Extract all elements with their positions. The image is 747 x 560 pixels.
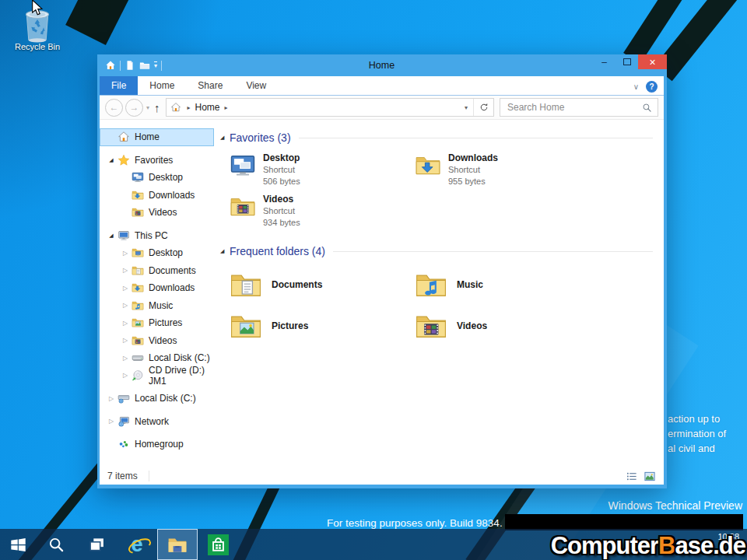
search-icon[interactable]: [642, 103, 652, 113]
sidebar-item-icon: [117, 438, 130, 450]
group-header[interactable]: ◢ Favorites (3): [230, 130, 658, 145]
file-meta: Desktop Shortcut 506 bytes: [263, 152, 300, 187]
sidebar-item-videos[interactable]: Videos: [100, 204, 214, 222]
properties-icon[interactable]: [124, 60, 135, 71]
sidebar-item-home[interactable]: Home: [100, 128, 214, 146]
new-folder-icon[interactable]: [139, 60, 150, 71]
sidebar-item-icon: [117, 392, 130, 404]
tile-videos[interactable]: Videos: [415, 306, 600, 347]
file-explorer-button[interactable]: [157, 529, 198, 560]
file-icon: [230, 269, 262, 302]
file-list: ◢ Favorites (3) Desktop Shortcut 506 byt…: [214, 120, 664, 467]
tab-file[interactable]: File: [100, 76, 138, 95]
group-rule: [299, 138, 653, 138]
sidebar-item-downloads[interactable]: ▷ Downloads: [100, 279, 214, 297]
search-box[interactable]: [500, 98, 658, 117]
tree-expander-icon[interactable]: ▷: [119, 320, 132, 327]
group-collapse-icon[interactable]: ◢: [220, 135, 230, 141]
close-button[interactable]: ×: [638, 54, 667, 69]
sidebar-item-label: Local Disk (C:): [135, 393, 196, 404]
up-button[interactable]: ↑: [154, 101, 160, 114]
tree-expander-icon[interactable]: ▷: [119, 302, 132, 309]
refresh-button[interactable]: [473, 99, 493, 116]
sidebar-item-label: This PC: [135, 230, 168, 241]
file-group: ◢ Favorites (3) Desktop Shortcut 506 byt…: [230, 130, 658, 233]
tree-expander-icon[interactable]: ▷: [119, 267, 132, 274]
sidebar-item-videos[interactable]: ▷ Videos: [100, 332, 214, 350]
sidebar-item-icon: [132, 171, 144, 184]
sidebar-item-desktop[interactable]: Desktop: [100, 169, 214, 187]
taskbar-search-button[interactable]: [36, 529, 76, 560]
sidebar-item-label: CD Drive (D:) JM1: [149, 365, 214, 387]
tab-share[interactable]: Share: [186, 76, 234, 95]
search-input[interactable]: [506, 101, 642, 114]
sidebar-item-icon: [132, 206, 144, 219]
maximize-button[interactable]: [615, 54, 638, 69]
address-dropdown-icon[interactable]: ▾: [459, 104, 473, 111]
sidebar-item-icon: [132, 264, 144, 277]
forward-button[interactable]: →: [125, 99, 143, 117]
tree-expander-icon[interactable]: ▷: [119, 355, 132, 362]
details-view-button[interactable]: [626, 471, 638, 482]
tile-music[interactable]: Music: [415, 264, 600, 306]
explorer-window: ▾ Home – × FileHomeShareView ∨ ? ← → ▾ ↑…: [97, 54, 667, 488]
task-view-button[interactable]: [76, 529, 117, 560]
sidebar-item-label: Desktop: [149, 247, 183, 258]
file-name: Music: [457, 279, 483, 291]
tree-expander-icon[interactable]: ◢: [105, 233, 117, 239]
tile-videos[interactable]: Videos Shortcut 934 bytes: [230, 192, 415, 233]
breadcrumb-separator[interactable]: ▸: [220, 104, 233, 111]
tree-expander-icon[interactable]: ▷: [105, 418, 117, 425]
file-icon: [230, 152, 256, 179]
tile-documents[interactable]: Documents: [230, 264, 415, 306]
tile-pictures[interactable]: Pictures: [230, 306, 415, 347]
tree-expander-icon[interactable]: ▷: [119, 285, 132, 292]
ribbon-collapse-icon[interactable]: ∨: [633, 82, 639, 91]
sidebar-item-homegroup[interactable]: Homegroup: [100, 436, 214, 453]
breadcrumb-home-icon[interactable]: [170, 102, 181, 113]
sidebar-item-this-pc[interactable]: ◢ This PC: [100, 227, 214, 245]
start-button[interactable]: [0, 529, 36, 560]
watermark-line2: For testing purposes only. Build 9834.: [327, 517, 503, 529]
tab-view[interactable]: View: [234, 76, 278, 95]
tab-home[interactable]: Home: [138, 76, 186, 95]
sidebar-item-label: Music: [149, 300, 173, 311]
customize-qat-dropdown[interactable]: ▾: [154, 61, 157, 69]
sidebar-item-music[interactable]: ▷ Music: [100, 297, 214, 315]
sidebar-item-pictures[interactable]: ▷ Pictures: [100, 314, 214, 332]
breadcrumb-separator: ▸: [183, 104, 195, 111]
help-button[interactable]: ?: [646, 81, 658, 93]
tree-expander-icon[interactable]: ◢: [105, 157, 117, 163]
tree-expander-icon[interactable]: ▷: [119, 337, 132, 344]
file-meta: Pictures: [272, 320, 308, 332]
sidebar-item-documents[interactable]: ▷ Documents: [100, 262, 214, 280]
title-bar[interactable]: ▾ Home – ×: [100, 54, 664, 76]
task-view-icon: [89, 537, 105, 553]
tile-desktop[interactable]: Desktop Shortcut 506 bytes: [230, 151, 415, 192]
tree-expander-icon[interactable]: ▷: [105, 395, 117, 402]
internet-explorer-button[interactable]: e: [117, 529, 157, 560]
sidebar-item-icon: [117, 154, 130, 166]
maximize-icon: [623, 58, 631, 65]
group-collapse-icon[interactable]: ◢: [220, 248, 230, 254]
sidebar-item-cd-drive-d-jm1[interactable]: ▷ CD Drive (D:) JM1: [100, 367, 214, 385]
tree-expander-icon[interactable]: ▷: [119, 372, 132, 379]
minimize-button[interactable]: –: [593, 54, 615, 69]
back-button[interactable]: ←: [105, 99, 123, 117]
sidebar-item-desktop[interactable]: ▷ Desktop: [100, 244, 214, 262]
sidebar-item-favorites[interactable]: ◢ Favorites: [100, 152, 214, 170]
explorer-home-icon[interactable]: [105, 60, 116, 71]
recent-locations-dropdown[interactable]: ▾: [146, 104, 149, 111]
sidebar-item-network[interactable]: ▷ Network: [100, 413, 214, 431]
tile-downloads[interactable]: Downloads Shortcut 955 bytes: [415, 151, 600, 192]
breadcrumb[interactable]: Home: [195, 102, 220, 113]
sidebar-item-downloads[interactable]: Downloads: [100, 187, 214, 205]
file-name: Desktop: [263, 152, 300, 164]
store-button[interactable]: [198, 529, 238, 560]
tree-expander-icon[interactable]: ▷: [119, 250, 132, 257]
thumbnails-view-button[interactable]: [644, 471, 656, 482]
sidebar-item-local-disk-c-[interactable]: ▷ Local Disk (C:): [100, 390, 214, 408]
sidebar-item-icon: [132, 352, 144, 364]
group-header[interactable]: ◢ Frequent folders (4): [230, 243, 658, 259]
address-box[interactable]: ▸ Home ▸ ▾: [166, 98, 494, 117]
